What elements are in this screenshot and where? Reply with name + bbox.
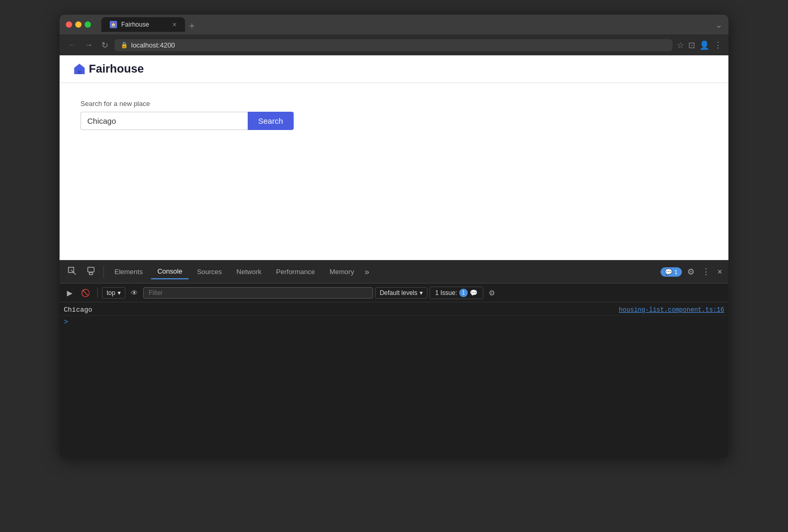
minimize-traffic-light[interactable]	[75, 21, 82, 28]
console-toolbar-separator	[97, 288, 98, 298]
search-row: Search	[80, 112, 708, 130]
svg-rect-0	[78, 70, 81, 74]
app-body: Search for a new place Search	[60, 83, 728, 147]
console-output: Chicago housing-list.component.ts:16 >	[60, 302, 728, 458]
title-bar: 🏠 Fairhouse × + ⌄	[60, 15, 728, 34]
app-header: Fairhouse	[60, 55, 728, 83]
issues-button[interactable]: 1 Issue: 1 💬	[430, 287, 483, 299]
levels-dropdown[interactable]: Default levels ▾	[375, 287, 427, 299]
devtools-menu-icon[interactable]: ⋮	[700, 265, 712, 279]
app-title: Fairhouse	[89, 62, 144, 76]
svg-rect-4	[89, 273, 92, 275]
bookmark-icon[interactable]: ☆	[677, 40, 684, 50]
console-filter-input[interactable]	[143, 287, 373, 299]
browser-tab[interactable]: 🏠 Fairhouse ×	[101, 17, 185, 32]
tab-console[interactable]: Console	[151, 264, 189, 279]
page-content: Fairhouse Search for a new place Search	[60, 55, 728, 260]
levels-label: Default levels	[380, 289, 418, 297]
tab-close-button[interactable]: ×	[172, 20, 177, 29]
tab-sources[interactable]: Sources	[191, 265, 228, 279]
levels-dropdown-icon: ▾	[420, 289, 423, 297]
search-label: Search for a new place	[80, 100, 708, 108]
address-text: localhost:4200	[131, 41, 175, 49]
more-tabs-button[interactable]: »	[363, 265, 372, 279]
forward-button[interactable]: →	[83, 38, 95, 52]
new-tab-button[interactable]: +	[185, 21, 199, 32]
console-badge[interactable]: 💬 1	[660, 267, 682, 277]
inspect-element-icon[interactable]	[64, 264, 80, 280]
issue-label: 1 Issue:	[435, 289, 457, 297]
tab-title: Fairhouse	[121, 21, 149, 28]
search-input[interactable]	[80, 112, 248, 130]
tab-network[interactable]: Network	[230, 265, 268, 279]
devtools-right-controls: 💬 1 ⚙ ⋮ ×	[660, 265, 724, 279]
back-button[interactable]: ←	[66, 38, 78, 52]
menu-icon[interactable]: ⋮	[714, 40, 722, 50]
tabs-bar: 🏠 Fairhouse × +	[101, 17, 711, 32]
devtools-toolbar: Elements Console Sources Network Perform…	[60, 261, 728, 283]
console-prompt-row: >	[60, 316, 728, 327]
device-mode-icon[interactable]	[83, 264, 99, 280]
app-logo: Fairhouse	[72, 62, 144, 76]
console-toolbar: ▶ 🚫 top ▾ 👁 Default levels ▾ 1 Issue: 1 …	[60, 283, 728, 302]
issue-count: 1	[462, 290, 465, 295]
window-chevron[interactable]: ⌄	[715, 20, 722, 30]
address-right-controls: ☆ ⊡ 👤 ⋮	[677, 40, 722, 50]
split-view-icon[interactable]: ⊡	[688, 40, 695, 50]
search-button[interactable]: Search	[248, 112, 294, 130]
clear-console-icon[interactable]: 🚫	[78, 287, 93, 299]
address-bar: ← → ↻ 🔒 localhost:4200 ☆ ⊡ 👤 ⋮	[60, 34, 728, 55]
address-input[interactable]: 🔒 localhost:4200	[114, 39, 673, 51]
tab-memory[interactable]: Memory	[323, 265, 361, 279]
console-badge-count: 1	[675, 269, 678, 275]
context-dropdown-icon: ▾	[118, 289, 121, 297]
traffic-lights	[66, 21, 91, 28]
console-settings-icon[interactable]: ⚙	[485, 287, 499, 299]
console-log-row: Chicago housing-list.component.ts:16	[60, 304, 728, 316]
context-label: top	[107, 289, 115, 297]
console-log-text: Chicago	[64, 306, 619, 314]
console-badge-icon: 💬	[665, 268, 673, 276]
devtools-settings-icon[interactable]: ⚙	[685, 265, 697, 279]
run-script-icon[interactable]: ▶	[64, 287, 76, 299]
issue-badge-icon: 💬	[470, 289, 478, 297]
house-icon	[72, 62, 87, 76]
eye-icon[interactable]: 👁	[128, 287, 141, 299]
close-traffic-light[interactable]	[66, 21, 72, 28]
lock-icon: 🔒	[121, 42, 128, 49]
issue-badge: 1	[459, 289, 468, 297]
tab-performance[interactable]: Performance	[270, 265, 321, 279]
devtools-panel: Elements Console Sources Network Perform…	[60, 260, 728, 458]
toolbar-separator-1	[103, 266, 104, 278]
tab-favicon: 🏠	[110, 21, 117, 28]
reload-button[interactable]: ↻	[99, 38, 110, 52]
console-prompt-icon[interactable]: >	[64, 317, 68, 326]
context-selector[interactable]: top ▾	[102, 287, 125, 299]
profile-icon[interactable]: 👤	[699, 40, 710, 50]
console-log-source[interactable]: housing-list.component.ts:16	[619, 306, 724, 314]
maximize-traffic-light[interactable]	[85, 21, 91, 28]
tab-elements[interactable]: Elements	[108, 265, 149, 279]
devtools-close-button[interactable]: ×	[715, 265, 724, 279]
svg-rect-3	[88, 267, 94, 272]
